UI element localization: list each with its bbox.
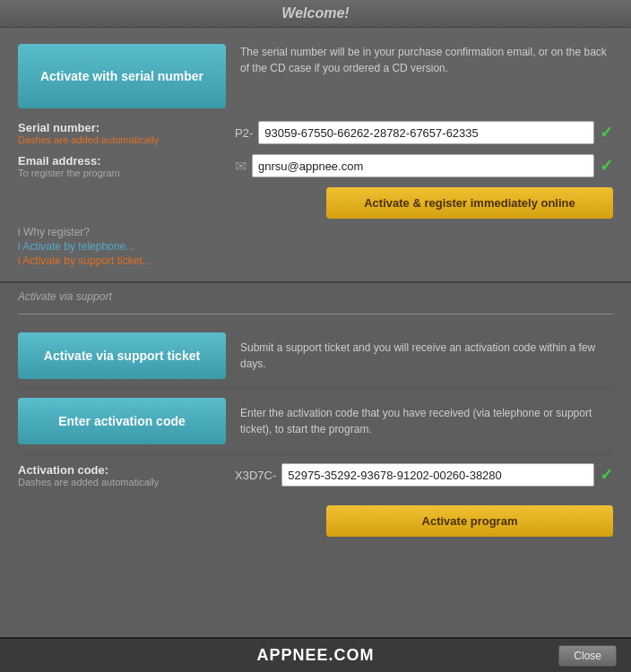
close-button[interactable]: Close — [558, 645, 617, 667]
activation-check-icon: ✓ — [600, 465, 613, 485]
activate-program-button[interactable]: Activate program — [326, 505, 613, 537]
serial-input[interactable] — [258, 121, 594, 144]
activation-label: Activation code: — [18, 463, 226, 477]
email-input-group: ✉ ✓ — [235, 154, 613, 177]
email-row: Email address: To register the program ✉… — [18, 154, 613, 178]
email-label-block: Email address: To register the program — [18, 154, 226, 178]
activation-label-block: Activation code: Dashes are added automa… — [18, 463, 226, 487]
serial-section: Activate with serial number The serial n… — [0, 28, 631, 283]
support-ticket-link[interactable]: Activate by support ticket... — [18, 254, 613, 267]
email-check-icon: ✓ — [600, 156, 613, 176]
activation-sub-label: Dashes are added automatically — [18, 477, 226, 487]
support-section: Activate via support Activate via suppor… — [0, 283, 631, 637]
activation-prefix: X3D7C- — [235, 469, 276, 482]
serial-check-icon: ✓ — [600, 123, 613, 142]
serial-prefix: P2- — [235, 126, 253, 140]
activate-serial-description: The serial number will be in your purcha… — [240, 44, 613, 76]
enter-code-description: Enter the activation code that you have … — [240, 405, 613, 437]
footer: APPNEE.COM Close — [0, 637, 631, 672]
support-ticket-description: Submit a support ticket and you will rec… — [240, 340, 613, 372]
activate-serial-button[interactable]: Activate with serial number — [18, 44, 226, 108]
serial-sub-label: Dashes are added automatically — [18, 134, 226, 145]
email-icon: ✉ — [235, 158, 246, 175]
email-sub-label: To register the program — [18, 168, 226, 178]
why-register-link[interactable]: Why register? — [18, 226, 613, 238]
activate-program-row: Activate program — [18, 496, 613, 537]
serial-label-block: Serial number: Dashes are added automati… — [18, 121, 226, 145]
header-title: Welcome! — [281, 5, 349, 21]
telephone-link[interactable]: Activate by telephone... — [18, 240, 613, 253]
brand-label: APPNEE.COM — [256, 646, 374, 665]
support-ticket-row: Activate via support ticket Submit a sup… — [18, 323, 613, 389]
support-ticket-button[interactable]: Activate via support ticket — [18, 332, 226, 379]
activation-code-section: Activation code: Dashes are added automa… — [18, 463, 613, 537]
activate-serial-row: Activate with serial number The serial n… — [18, 44, 613, 108]
enter-code-button[interactable]: Enter activation code — [18, 398, 226, 444]
activate-online-button[interactable]: Activate & register immediately online — [326, 187, 613, 219]
activation-code-row: Activation code: Dashes are added automa… — [18, 463, 613, 487]
online-activate-row: Activate & register immediately online — [18, 187, 613, 219]
links-section: Why register? Activate by telephone... A… — [18, 226, 613, 267]
enter-code-row: Enter activation code Enter the activati… — [18, 389, 613, 454]
support-section-label: Activate via support — [18, 283, 613, 312]
email-label: Email address: — [18, 154, 226, 168]
section-divider — [18, 314, 613, 314]
email-input[interactable] — [252, 154, 594, 177]
serial-input-group: P2- ✓ — [235, 121, 613, 144]
activation-input[interactable] — [281, 463, 594, 487]
serial-label: Serial number: — [18, 121, 226, 134]
header: Welcome! — [0, 0, 631, 28]
serial-number-row: Serial number: Dashes are added automati… — [18, 121, 613, 145]
activation-input-group: X3D7C- ✓ — [235, 463, 613, 487]
